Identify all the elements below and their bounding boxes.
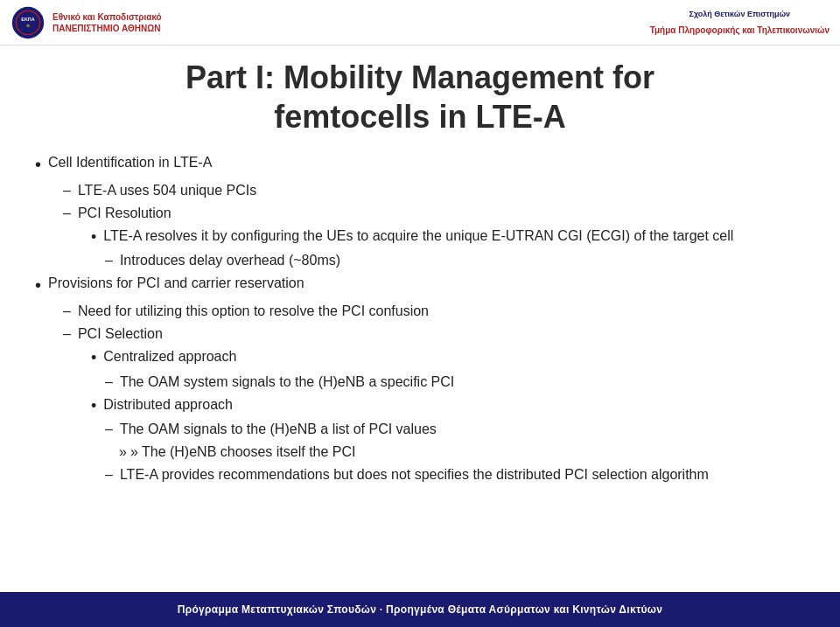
dash-icon: –: [63, 203, 71, 225]
dash-icon: –: [63, 324, 71, 345]
logo-right: Σχολή Θετικών Επιστημών Τμήμα Πληροφορικ…: [650, 10, 830, 35]
list-item: – The OAM system signals to the (H)eNB a…: [105, 372, 805, 394]
list-item: • Distributed approach: [91, 394, 805, 419]
bullet-icon: •: [35, 151, 41, 178]
left-emblem-icon: ΕΚΠΑ ⊕: [10, 5, 46, 40]
dash-icon: –: [105, 372, 113, 394]
list-item: • Centralized approach: [91, 346, 805, 371]
list-item: – The OAM signals to the (H)eNB a list o…: [105, 419, 805, 441]
bullet-icon: •: [35, 272, 41, 299]
chevron-icon: »: [119, 442, 127, 463]
svg-point-0: [12, 6, 44, 38]
bullet-icon: •: [91, 226, 96, 250]
dash-icon: –: [105, 464, 113, 486]
slide-content: Part I: Mobility Management for femtocel…: [0, 45, 840, 592]
content-list: • Cell Identification in LTE-A – LTE-A u…: [35, 152, 805, 486]
list-item: – Introduces delay overhead (~80ms): [105, 250, 805, 272]
list-item: » » The (H)eNB chooses itself the PCI: [119, 442, 805, 463]
dash-icon: –: [63, 180, 71, 202]
list-item: • Provisions for PCI and carrier reserva…: [35, 273, 805, 299]
list-item: – PCI Selection: [63, 324, 805, 345]
dash-icon: –: [105, 250, 113, 272]
logo-left-text: Εθνικό και Καποδιστριακό ΠΑΝΕΠΙΣΤΗΜΙΟ ΑΘ…: [52, 11, 162, 34]
logo-left: ΕΚΠΑ ⊕ Εθνικό και Καποδιστριακό ΠΑΝΕΠΙΣΤ…: [10, 5, 162, 40]
slide-title: Part I: Mobility Management for femtocel…: [35, 58, 805, 136]
svg-text:⊕: ⊕: [26, 24, 30, 28]
footer-bar: Πρόγραμμα Μεταπτυχιακών Σπουδών · Προηγμ…: [0, 592, 840, 627]
list-item: • Cell Identification in LTE-A: [35, 152, 805, 178]
dash-icon: –: [63, 301, 71, 323]
list-item: – LTE-A provides recommendations but doe…: [105, 464, 805, 486]
list-item: • LTE-A resolves it by configuring the U…: [91, 226, 805, 250]
svg-text:ΕΚΠΑ: ΕΚΠΑ: [21, 17, 34, 22]
footer-text: Πρόγραμμα Μεταπτυχιακών Σπουδών · Προηγμ…: [178, 603, 663, 616]
list-item: – LTE-A uses 504 unique PCIs: [63, 180, 805, 202]
header-bar: ΕΚΠΑ ⊕ Εθνικό και Καποδιστριακό ΠΑΝΕΠΙΣΤ…: [0, 0, 840, 45]
list-item: – Need for utilizing this option to reso…: [63, 301, 805, 323]
dash-icon: –: [105, 419, 113, 441]
bullet-icon: •: [91, 394, 96, 419]
list-item: – PCI Resolution: [63, 203, 805, 225]
bullet-icon: •: [91, 346, 96, 371]
